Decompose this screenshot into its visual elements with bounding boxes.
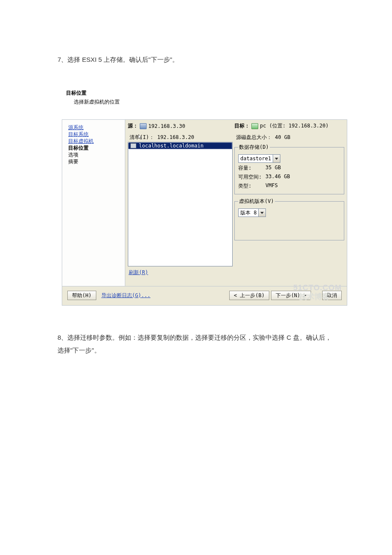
free-label: 可用空间: <box>238 173 265 181</box>
source-disk-value: 40 GB <box>275 134 290 140</box>
datastore-select[interactable]: datastore1 <box>238 154 280 163</box>
datastore-select-value: datastore1 <box>239 156 273 162</box>
dialog-body: 源系统 目标系统 目标虚拟机 目标位置 选项 摘要 源： 192.168.3.3… <box>62 119 347 306</box>
step-8-text: 8、选择迁移时参数。例如：选择要复制的数据，选择要迁移的分区，实验中选择 C 盘… <box>58 331 337 357</box>
inventory-column: 源： 192.168.3.30 清单(I)： 192.168.3.20 <box>128 122 233 286</box>
source-value: 192.168.3.30 <box>148 123 185 129</box>
datastore-legend: 数据存储(D) <box>238 144 270 151</box>
export-log-button[interactable]: 导出诊断日志(G)... <box>100 291 152 300</box>
vmversion-group: 虚拟机版本(V) 版本 8 <box>234 198 344 240</box>
server-icon <box>140 123 147 129</box>
nav-options: 选项 <box>68 151 125 158</box>
refresh-link[interactable]: 刷新(R) <box>129 269 148 275</box>
nav-summary: 摘要 <box>68 158 125 165</box>
dialog-subtitle: 选择新虚拟机的位置 <box>62 98 347 106</box>
host-icon <box>130 143 136 148</box>
inventory-root: 192.168.3.20 <box>157 134 194 140</box>
inventory-label-row: 清单(I)： 192.168.3.20 <box>128 134 233 141</box>
type-label: 类型: <box>238 182 265 190</box>
inventory-listbox[interactable]: localhost.localdomain <box>128 142 233 266</box>
vmversion-legend: 虚拟机版本(V) <box>238 198 275 205</box>
free-value: 33.46 GB <box>265 173 290 181</box>
target-value: pc (位置: 192.168.3.20) <box>260 122 329 130</box>
source-label: 源： <box>128 122 138 130</box>
dialog-content: 源系统 目标系统 目标虚拟机 目标位置 选项 摘要 源： 192.168.3.3… <box>62 120 347 286</box>
target-row: 目标： pc (位置: 192.168.3.20) <box>234 122 344 130</box>
next-button[interactable]: 下一步(N) > <box>271 291 311 300</box>
source-disk-label: 源磁盘总大小： <box>236 134 272 140</box>
inventory-label: 清单(I)： <box>130 134 154 140</box>
dropdown-icon[interactable] <box>258 209 265 217</box>
help-button[interactable]: 帮助(H) <box>67 291 96 300</box>
document-page: 7、选择 ESXI 5 上存储。确认后"下一步"。 目标位置 选择新虚拟机的位置… <box>0 0 392 555</box>
target-label: 目标： <box>234 122 250 130</box>
back-button[interactable]: < 上一步(B) <box>229 291 269 300</box>
capacity-label: 容量: <box>238 165 265 172</box>
vmversion-select[interactable]: 版本 8 <box>238 208 266 217</box>
nav-target-vm[interactable]: 目标虚拟机 <box>68 138 125 145</box>
nav-source-system[interactable]: 源系统 <box>68 124 125 131</box>
dropdown-icon[interactable] <box>273 155 280 162</box>
type-value: VMFS <box>265 182 278 190</box>
refresh-row: 刷新(R) <box>128 266 233 276</box>
inventory-item-selected[interactable]: localhost.localdomain <box>128 142 232 149</box>
source-disk-row: 源磁盘总大小： 40 GB <box>234 134 344 141</box>
cancel-button[interactable]: 取消 <box>322 291 342 300</box>
wizard-screenshot: 目标位置 选择新虚拟机的位置 源系统 目标系统 目标虚拟机 目标位置 选项 摘要 <box>62 90 347 306</box>
dialog-footer: 51CTO.COM 技术博客 帮助(H) 导出诊断日志(G)... < 上一步(… <box>62 286 347 305</box>
dialog-title: 目标位置 <box>62 90 347 97</box>
source-row: 源： 192.168.3.30 <box>128 122 233 130</box>
dialog-panels: 源： 192.168.3.30 清单(I)： 192.168.3.20 <box>125 120 347 286</box>
nav-target-system[interactable]: 目标系统 <box>68 131 125 138</box>
inventory-item-label: localhost.localdomain <box>139 143 204 149</box>
capacity-value: 35 GB <box>265 165 281 172</box>
target-column: 目标： pc (位置: 192.168.3.20) 源磁盘总大小： 40 GB … <box>233 122 344 286</box>
nav-target-location: 目标位置 <box>68 145 125 151</box>
datastore-group: 数据存储(D) datastore1 容量: 35 GB 可用空间: <box>234 144 344 194</box>
vmversion-select-value: 版本 8 <box>239 209 258 217</box>
step-7-text: 7、选择 ESXI 5 上存储。确认后"下一步"。 <box>58 53 337 66</box>
wizard-steps-nav: 源系统 目标系统 目标虚拟机 目标位置 选项 摘要 <box>62 120 125 286</box>
pc-icon <box>251 123 258 129</box>
